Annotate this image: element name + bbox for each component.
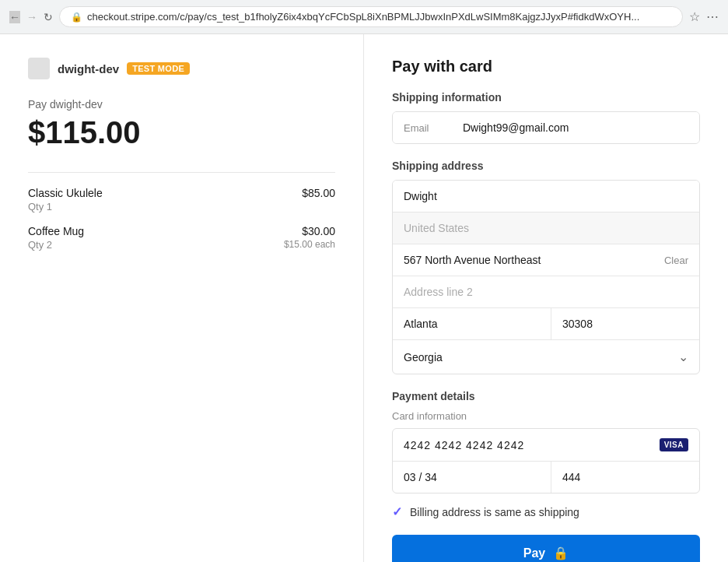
state-row[interactable]: Georgia Alabama California New York Texa…	[393, 340, 699, 374]
cvc-input[interactable]	[562, 462, 698, 493]
card-number-input[interactable]	[404, 439, 660, 451]
country-input[interactable]	[393, 213, 699, 244]
address-line1-row: Clear	[393, 244, 699, 276]
zip-input[interactable]	[551, 308, 700, 339]
item-qty-1: Qty 1	[28, 201, 103, 213]
item-name-1: Classic Ukulele	[28, 187, 103, 199]
order-items: Classic Ukulele Qty 1 $85.00 Coffee Mug …	[28, 172, 335, 251]
name-row	[393, 181, 699, 213]
url-text: checkout.stripe.com/c/pay/cs_test_b1fhol…	[87, 11, 639, 23]
chevron-down-icon: ⌄	[678, 349, 688, 364]
lock-btn-icon: 🔒	[553, 546, 569, 560]
item-info-2: Coffee Mug Qty 2	[28, 225, 84, 251]
address-block: Clear Georgia Alabama California New Yor…	[392, 180, 700, 374]
main-title: Pay with card	[392, 58, 700, 76]
brand-name: dwight-dev	[58, 62, 119, 76]
item-price-1: $85.00	[302, 187, 335, 199]
card-number-row: VISA	[393, 429, 699, 462]
order-item-2: Coffee Mug Qty 2 $30.00 $15.00 each	[28, 225, 335, 251]
expiry-input[interactable]	[393, 462, 551, 493]
pay-button-label: Pay	[523, 546, 545, 560]
item-each-2: $15.00 each	[284, 239, 335, 250]
billing-row[interactable]: ✓ Billing address is same as shipping	[392, 504, 700, 519]
refresh-button[interactable]: ↻	[44, 11, 53, 23]
shipping-address-title: Shipping address	[392, 160, 700, 172]
name-input[interactable]	[393, 181, 699, 212]
item-price-col-1: $85.00	[302, 187, 335, 199]
check-icon: ✓	[392, 504, 402, 519]
brand-header: dwight-dev TEST MODE	[28, 58, 335, 79]
state-select[interactable]: Georgia Alabama California New York Texa…	[404, 351, 678, 364]
billing-label: Billing address is same as shipping	[410, 506, 579, 518]
left-panel: dwight-dev TEST MODE Pay dwight-dev $115…	[0, 34, 364, 562]
item-info-1: Classic Ukulele Qty 1	[28, 187, 103, 213]
right-panel: Pay with card Shipping information Email…	[364, 34, 728, 562]
cvc-row: ◕	[551, 462, 700, 493]
lock-icon: 🔒	[71, 12, 82, 23]
more-icon[interactable]: ⋯	[706, 9, 719, 24]
city-zip-row	[393, 308, 699, 340]
order-item-1: Classic Ukulele Qty 1 $85.00	[28, 187, 335, 213]
shipping-section-title: Shipping information	[392, 91, 700, 104]
email-field-group: Email	[392, 111, 700, 144]
email-row: Email	[393, 112, 699, 143]
browser-actions: ☆ ⋯	[689, 9, 719, 24]
back-button[interactable]: ←	[9, 11, 20, 23]
expiry-cvc-row: ◕	[393, 462, 699, 493]
item-price-2: $30.00	[284, 225, 335, 237]
payment-section-title: Payment details	[392, 390, 700, 402]
clear-button[interactable]: Clear	[653, 255, 699, 266]
email-label: Email	[393, 113, 455, 143]
item-price-col-2: $30.00 $15.00 each	[284, 225, 335, 250]
payment-block: VISA ◕	[392, 428, 700, 494]
address-line2-input[interactable]	[393, 276, 699, 307]
country-row	[393, 213, 699, 244]
address-bar[interactable]: 🔒 checkout.stripe.com/c/pay/cs_test_b1fh…	[59, 6, 683, 27]
amount: $115.00	[28, 115, 335, 150]
test-mode-badge: TEST MODE	[127, 62, 190, 75]
visa-icon: VISA	[660, 438, 688, 451]
card-info-label: Card information	[392, 410, 700, 422]
left-content: dwight-dev TEST MODE Pay dwight-dev $115…	[28, 58, 335, 263]
city-input[interactable]	[393, 308, 551, 339]
brand-icon	[28, 58, 50, 79]
item-name-2: Coffee Mug	[28, 225, 84, 237]
forward-button[interactable]: →	[26, 11, 37, 23]
address-line2-row	[393, 276, 699, 308]
browser-bar: ← → ↻ 🔒 checkout.stripe.com/c/pay/cs_tes…	[0, 0, 728, 34]
address-line1-input[interactable]	[393, 244, 653, 276]
email-input[interactable]	[455, 112, 699, 143]
item-qty-2: Qty 2	[28, 239, 84, 251]
cvc-icon: ◕	[698, 470, 700, 485]
pay-button[interactable]: Pay 🔒	[392, 535, 700, 562]
pay-label: Pay dwight-dev	[28, 98, 335, 111]
bookmark-icon[interactable]: ☆	[689, 9, 700, 24]
